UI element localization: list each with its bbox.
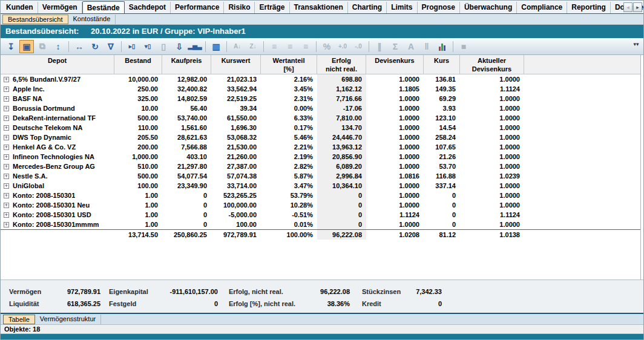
- expand-icon[interactable]: +: [4, 183, 9, 189]
- tab-überwachung[interactable]: Überwachung: [460, 2, 517, 13]
- tab-scroll-right-icon[interactable]: ▸: [633, 2, 642, 12]
- expand-rows-icon[interactable]: ↕: [51, 40, 65, 53]
- filter-icon[interactable]: ∇: [104, 40, 118, 53]
- expand-icon[interactable]: +: [4, 222, 9, 227]
- table-row[interactable]: +Apple Inc.250.0032,400.8233,562.943.45%…: [1, 84, 640, 94]
- expand-icon[interactable]: +: [4, 135, 9, 140]
- expand-icon[interactable]: +: [4, 154, 9, 160]
- export-row-icon[interactable]: ↧: [4, 40, 18, 53]
- tab-vermögen[interactable]: Vermögen: [38, 2, 82, 13]
- column-width-icon[interactable]: ↔: [72, 40, 87, 53]
- depot-cell: +Henkel AG & Co. VZ: [1, 142, 114, 152]
- refresh-icon[interactable]: ↻: [88, 40, 102, 53]
- insert-down-icon[interactable]: ▾▯: [140, 40, 155, 53]
- expand-icon[interactable]: +: [4, 96, 9, 102]
- tab-bestände[interactable]: Bestände: [82, 1, 125, 14]
- depot-cell: +Mercedes-Benz Group AG: [1, 162, 114, 171]
- expand-icon[interactable]: +: [4, 212, 9, 218]
- histogram-icon[interactable]: ▂▅▃: [188, 40, 202, 53]
- subtab-bestandsübersicht[interactable]: Bestandsübersicht: [2, 15, 68, 24]
- position-name: Konto: 2008-150301 Neu: [13, 200, 90, 210]
- expand-icon[interactable]: +: [4, 125, 9, 131]
- cell: 136.81: [424, 74, 460, 84]
- expand-icon[interactable]: +: [4, 77, 9, 82]
- summary-label-vermögen: Vermögen: [9, 288, 67, 295]
- status-bar: Objekte: 18: [1, 325, 643, 334]
- cell: 1,696.30: [211, 123, 261, 132]
- tab-risiko[interactable]: Risiko: [224, 2, 255, 13]
- expand-icon[interactable]: +: [4, 87, 9, 92]
- table-row[interactable]: +Konto: 2008-150301 Neu1.000100,000.0010…: [1, 200, 640, 210]
- cell: -17.06: [317, 103, 366, 113]
- view-title-bar: Bestandsübersicht: 20.10.2022 in EUR / G…: [1, 25, 643, 38]
- bottom-tab-vermögensstruktur[interactable]: Vermögensstruktur: [35, 315, 101, 324]
- table-row[interactable]: +Konto: 2008-150301 USD1.000-5,000.00-0.…: [1, 210, 640, 220]
- table-row[interactable]: +UniGlobal100.0023,349.9033,714.003.47%1…: [1, 181, 640, 191]
- table-row[interactable]: +Konto: 2008-150301mmmm1.000100.000.01%0…: [1, 220, 640, 229]
- summary-value-stückzinsen: 7,342.33: [410, 288, 442, 295]
- expand-icon[interactable]: +: [4, 145, 9, 150]
- tab-compliance[interactable]: Compliance: [517, 2, 567, 13]
- cell: 6,089.20: [317, 162, 366, 171]
- toolbar-separator: [453, 41, 453, 52]
- expand-icon[interactable]: +: [4, 203, 9, 208]
- cell: 1.1805: [366, 84, 424, 94]
- tab-charting[interactable]: Charting: [348, 2, 387, 13]
- table-row[interactable]: +Deutsche Telekom NA110.001,561.601,696.…: [1, 123, 640, 132]
- expand-icon[interactable]: +: [4, 164, 9, 169]
- cell: 1.0000: [366, 220, 424, 229]
- table-row[interactable]: +Infineon Technologies NA1,000.00403.102…: [1, 152, 640, 162]
- column-header-devisenkurs[interactable]: Devisenkurs: [366, 55, 424, 74]
- table-row[interactable]: +Mercedes-Benz Group AG510.0021,297.8027…: [1, 162, 640, 171]
- toolbar-overflow-icon[interactable]: ▾▾: [631, 41, 641, 53]
- cell: 1.00: [114, 200, 162, 210]
- tab-scroll-left-icon[interactable]: ◂: [623, 2, 632, 12]
- expand-icon[interactable]: +: [4, 193, 9, 198]
- tab-prognose[interactable]: Prognose: [418, 2, 460, 13]
- table-row[interactable]: +Konto: 2008-1503011.000523,265.2553.79%…: [1, 191, 640, 200]
- columns-icon[interactable]: ▥: [209, 40, 223, 53]
- tab-erträge[interactable]: Erträge: [255, 2, 289, 13]
- tab-reporting[interactable]: Reporting: [567, 2, 611, 13]
- tab-transaktionen[interactable]: Transaktionen: [290, 2, 348, 13]
- totals-cell: 13,714.50: [114, 230, 162, 240]
- expand-icon[interactable]: +: [4, 116, 9, 121]
- column-header-kaufpreis[interactable]: Kaufpreis: [162, 55, 211, 74]
- table-row[interactable]: +6,5% Bundanl.V.97/2710,000.0012,982.002…: [1, 74, 640, 84]
- totals-cell: 1.0138: [460, 230, 524, 240]
- column-header-depot[interactable]: Depot: [1, 55, 114, 74]
- column-header-erfolg-nicht-real[interactable]: Erfolg nicht real.: [317, 55, 366, 74]
- cell: 3.45%: [261, 84, 317, 94]
- expand-icon[interactable]: +: [4, 174, 9, 179]
- chart-icon[interactable]: [435, 40, 450, 53]
- table-row[interactable]: +BASF NA325.0014,802.5922,519.252.31%7,7…: [1, 94, 640, 103]
- table-row[interactable]: +DekaRent-international TF500.0053,740.0…: [1, 113, 640, 123]
- subtab-kontostände[interactable]: Kontostände: [68, 15, 116, 24]
- bottom-tab-tabelle[interactable]: Tabelle: [3, 315, 35, 324]
- sum-row-icon[interactable]: ⇩: [172, 40, 186, 53]
- insert-right-icon[interactable]: ▸▯: [125, 40, 139, 53]
- cell: 1.0000: [460, 181, 524, 191]
- table-row[interactable]: +DWS Top Dynamic205.5028,621.6353,068.32…: [1, 132, 640, 142]
- cell: 0: [424, 191, 460, 200]
- toolbar-separator: [121, 41, 122, 52]
- fit-view-icon[interactable]: ▣: [19, 40, 34, 53]
- tab-performance[interactable]: Performance: [171, 2, 224, 13]
- cell: 3.47%: [261, 181, 317, 191]
- table-row[interactable]: +Nestle S.A.500.0054,077.5457,074.385.87…: [1, 171, 640, 181]
- column-header-kurswert[interactable]: Kurswert: [211, 55, 261, 74]
- cell: 1.0239: [460, 171, 524, 181]
- column-header-wertanteil-%[interactable]: Wertanteil [%]: [261, 55, 317, 74]
- column-header-aktueller-devisenkurs[interactable]: Aktueller Devisenkurs: [460, 55, 524, 74]
- cell: 1.0000: [366, 191, 424, 200]
- depot-cell: +6,5% Bundanl.V.97/27: [1, 74, 114, 84]
- cell: 2.82%: [261, 162, 317, 171]
- tab-kunden[interactable]: Kunden: [2, 2, 38, 13]
- column-header-bestand[interactable]: Bestand: [114, 55, 162, 74]
- column-header-kurs[interactable]: Kurs: [424, 55, 460, 74]
- tab-sachdepot[interactable]: Sachdepot: [125, 2, 171, 13]
- expand-icon[interactable]: +: [4, 106, 9, 111]
- tab-limits[interactable]: Limits: [387, 2, 417, 13]
- table-row[interactable]: +Borussia Dortmund10.0056.4039.340.00%-1…: [1, 103, 640, 113]
- table-row[interactable]: +Henkel AG & Co. VZ200.007,566.8821,530.…: [1, 142, 640, 152]
